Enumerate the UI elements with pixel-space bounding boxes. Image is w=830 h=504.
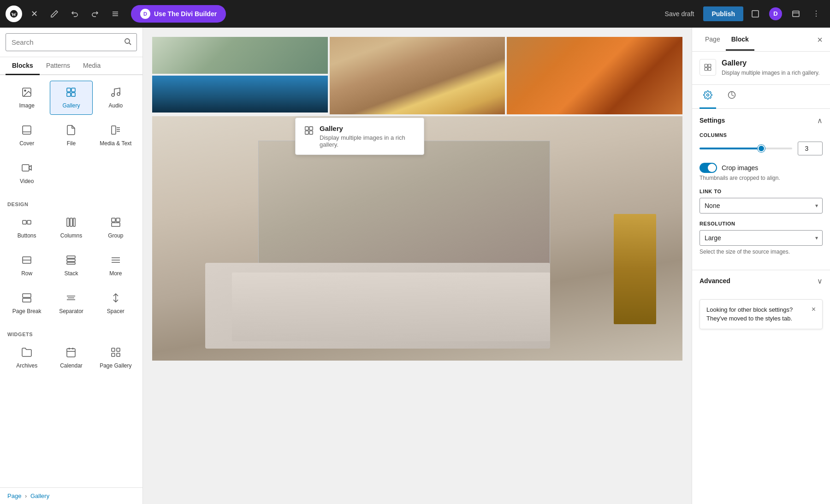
block-label-page-break: Page Break: [12, 308, 42, 314]
notification-close-button[interactable]: ×: [812, 305, 816, 314]
svg-rect-56: [305, 127, 308, 130]
divi-builder-button[interactable]: D Use The Divi Builder: [131, 5, 226, 23]
video-block-icon: [21, 162, 32, 176]
block-item-page-gallery[interactable]: Page Gallery: [95, 341, 137, 375]
block-info-desc: Display multiple images in a rich galler…: [722, 69, 820, 77]
block-item-columns[interactable]: Columns: [50, 211, 92, 245]
block-item-page-break[interactable]: Page Break: [6, 286, 48, 320]
settings-button[interactable]: [788, 6, 804, 22]
blocks-grid-1: Image Gallery: [6, 81, 137, 115]
block-label-page-gallery: Page Gallery: [100, 362, 131, 369]
right-sidebar-content: Gallery Display multiple images in a ric…: [692, 52, 830, 504]
settings-section-header: Settings ∧: [700, 116, 823, 125]
columns-slider-thumb[interactable]: [758, 145, 765, 152]
more-block-icon: [110, 255, 121, 268]
wp-logo[interactable]: W: [6, 6, 22, 22]
tab-page[interactable]: Page: [700, 29, 726, 51]
page-gallery-block-icon: [110, 347, 121, 361]
breadcrumb: Page › Gallery: [0, 487, 142, 504]
search-bar-area: [0, 28, 142, 57]
svg-rect-12: [67, 88, 71, 92]
resolution-hint: Select the size of the source images.: [700, 249, 823, 255]
svg-point-11: [24, 90, 26, 91]
block-item-video[interactable]: Video: [6, 156, 48, 190]
gallery-tooltip-title: Gallery: [320, 125, 415, 132]
block-info-title: Gallery: [722, 59, 820, 67]
block-label-more: More: [109, 270, 122, 277]
view-button[interactable]: [747, 6, 764, 22]
tab-media[interactable]: Media: [77, 57, 107, 75]
edit-button[interactable]: [46, 6, 63, 22]
blocks-grid-3: Video: [6, 156, 137, 190]
settings-tab-style[interactable]: [723, 85, 740, 109]
block-item-gallery[interactable]: Gallery: [50, 81, 92, 115]
resolution-select-wrapper: Thumbnail Medium Large Full Size ▾: [700, 230, 823, 246]
save-draft-button[interactable]: Save draft: [659, 7, 700, 20]
svg-rect-38: [67, 262, 75, 264]
svg-rect-20: [112, 126, 116, 134]
publish-button[interactable]: Publish: [703, 6, 743, 21]
svg-rect-36: [67, 256, 75, 258]
more-options-button[interactable]: ⋮: [808, 6, 824, 22]
block-label-audio: Audio: [108, 102, 123, 109]
list-view-button[interactable]: [107, 6, 124, 22]
block-item-audio[interactable]: Audio: [95, 81, 137, 115]
toggle-thumb: [708, 164, 716, 172]
settings-collapse-button[interactable]: ∧: [817, 116, 823, 125]
search-submit-button[interactable]: [119, 34, 136, 51]
block-item-calendar[interactable]: Calendar: [50, 341, 92, 375]
block-label-archives: Archives: [16, 362, 37, 369]
block-item-group[interactable]: Group: [95, 211, 137, 245]
block-item-media-text[interactable]: Media & Text: [95, 119, 137, 153]
svg-rect-57: [309, 127, 313, 130]
block-item-cover[interactable]: Cover: [6, 119, 48, 153]
breadcrumb-gallery[interactable]: Gallery: [30, 492, 49, 499]
tab-blocks[interactable]: Blocks: [6, 57, 40, 75]
page-break-block-icon: [21, 292, 32, 306]
right-sidebar-close-button[interactable]: ×: [817, 35, 823, 44]
blocks-grid-6: Page Break Separator: [6, 286, 137, 320]
columns-input[interactable]: [798, 142, 823, 155]
resolution-select[interactable]: Thumbnail Medium Large Full Size: [700, 230, 823, 246]
breadcrumb-page[interactable]: Page: [7, 492, 21, 499]
svg-rect-42: [23, 294, 31, 297]
svg-rect-6: [793, 11, 799, 17]
redo-button[interactable]: [87, 6, 103, 22]
block-item-buttons[interactable]: Buttons: [6, 211, 48, 245]
block-item-archives[interactable]: Archives: [6, 341, 48, 375]
tab-block[interactable]: Block: [726, 29, 754, 51]
right-sidebar-header: Page Block ×: [692, 28, 830, 52]
block-item-file[interactable]: File: [50, 119, 92, 153]
crop-images-toggle[interactable]: [700, 163, 717, 173]
block-item-separator[interactable]: Separator: [50, 286, 92, 320]
block-item-image[interactable]: Image: [6, 81, 48, 115]
block-label-gallery: Gallery: [62, 102, 80, 109]
canvas-content: [143, 28, 692, 370]
svg-rect-29: [70, 218, 72, 226]
link-to-select[interactable]: None Media File Attachment Page: [700, 198, 823, 213]
block-label-media-text: Media & Text: [100, 140, 131, 147]
block-item-row[interactable]: Row: [6, 249, 48, 283]
svg-rect-13: [71, 88, 75, 92]
search-input[interactable]: [6, 35, 119, 50]
block-label-spacer: Spacer: [107, 308, 125, 314]
settings-tab-settings[interactable]: [700, 85, 716, 109]
columns-slider-track[interactable]: [700, 148, 792, 149]
settings-style-tabs: [692, 85, 830, 109]
undo-button[interactable]: [66, 6, 83, 22]
gallery-block-icon: [65, 87, 77, 101]
tab-patterns[interactable]: Patterns: [40, 57, 77, 75]
block-item-stack[interactable]: Stack: [50, 249, 92, 283]
archives-block-icon: [21, 347, 32, 361]
block-label-cover: Cover: [19, 140, 34, 147]
avatar-button[interactable]: D: [767, 6, 784, 22]
block-label-file: File: [67, 140, 76, 147]
notification-banner: Looking for other block settings? They'v…: [700, 299, 823, 329]
block-label-columns: Columns: [60, 232, 82, 239]
block-item-more[interactable]: More: [95, 249, 137, 283]
block-item-spacer[interactable]: Spacer: [95, 286, 137, 320]
close-editor-button[interactable]: ✕: [26, 6, 42, 22]
advanced-section[interactable]: Advanced ∨: [692, 270, 830, 292]
gallery-tooltip-desc: Display multiple images in a rich galler…: [320, 134, 415, 148]
file-block-icon: [65, 125, 77, 138]
